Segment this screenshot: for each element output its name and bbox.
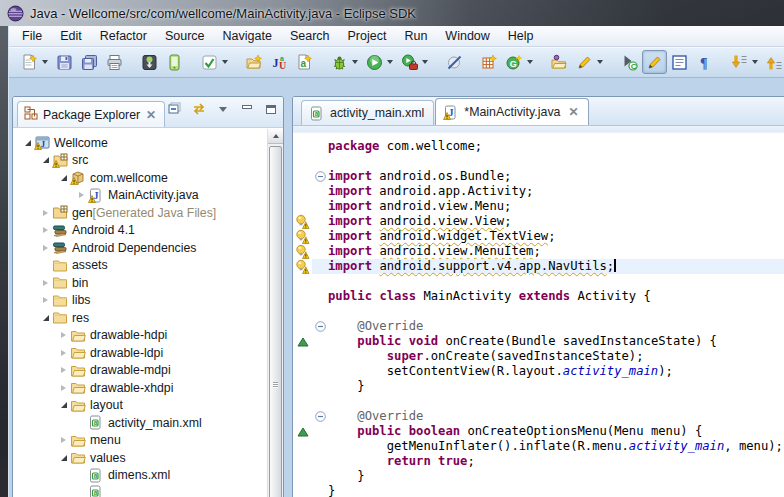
menu-navigate[interactable]: Navigate [214, 27, 281, 46]
tree-item-partial[interactable]: a [13, 484, 267, 497]
menu-window[interactable]: Window [436, 27, 498, 46]
dropdown-arrow-icon[interactable] [352, 60, 358, 64]
save-button[interactable] [52, 50, 77, 74]
avd-manager-button[interactable] [162, 50, 187, 74]
new-android-project-button[interactable] [477, 50, 502, 74]
tree-item-src[interactable]: src [13, 152, 267, 170]
menu-refactor[interactable]: Refactor [91, 27, 156, 46]
code-line[interactable]: import android.widget.TextView; [293, 229, 784, 244]
scroll-up-button[interactable] [268, 129, 283, 144]
code-line[interactable]: import android.view.View; [293, 214, 784, 229]
maximize-view-icon[interactable] [263, 102, 279, 116]
expander-icon[interactable] [57, 402, 70, 408]
code-line[interactable]: import android.support.v4.app.NavUtils; [293, 259, 784, 274]
code-line[interactable]: public void onCreate(Bundle savedInstanc… [293, 334, 784, 349]
code-line[interactable]: @Override [293, 319, 784, 334]
dropdown-arrow-icon[interactable] [527, 60, 533, 64]
expander-icon[interactable] [39, 280, 52, 286]
expander-icon[interactable] [75, 192, 88, 198]
explorer-scrollbar[interactable] [267, 129, 283, 497]
save-all-button[interactable] [77, 50, 102, 74]
menu-help[interactable]: Help [499, 27, 543, 46]
dropdown-arrow-icon[interactable] [422, 60, 428, 64]
scrollbar-thumb[interactable] [269, 146, 282, 497]
expander-icon[interactable] [39, 157, 52, 163]
expander-icon[interactable] [57, 455, 70, 461]
code-line[interactable]: package com.wellcome; [293, 139, 784, 154]
minimize-view-icon[interactable] [239, 102, 255, 116]
warning-bulb-icon[interactable] [293, 214, 312, 229]
tree-item-bin[interactable]: bin [13, 274, 267, 292]
collapse-all-icon[interactable] [167, 102, 183, 116]
expander-icon[interactable] [57, 437, 70, 443]
tree-item-layout[interactable]: layout [13, 397, 267, 415]
tree-item-wellcome[interactable]: JWellcome [13, 134, 267, 152]
code-line[interactable]: return true; [293, 454, 784, 469]
dropdown-arrow-icon[interactable] [42, 60, 48, 64]
expander-icon[interactable] [57, 367, 70, 373]
warning-bulb-icon[interactable] [293, 244, 312, 259]
android-sdk-manager-button[interactable] [137, 50, 162, 74]
warning-bulb-icon[interactable] [293, 259, 312, 274]
fold-collapse-icon[interactable] [312, 319, 328, 334]
tree-item-dimens-xml[interactable]: adimens.xml [13, 467, 267, 485]
code-line[interactable] [293, 274, 784, 289]
expander-icon[interactable] [39, 297, 52, 303]
code-line[interactable]: public boolean onCreateOptionsMenu(Menu … [293, 424, 784, 439]
tree-item-drawable-hdpi[interactable]: drawable-hdpi [13, 327, 267, 345]
show-whitespace-button[interactable]: ¶ [692, 50, 717, 74]
override-marker-icon[interactable] [293, 424, 312, 439]
view-menu-icon[interactable] [215, 102, 231, 116]
menu-search[interactable]: Search [281, 27, 339, 46]
close-view-icon[interactable]: ✕ [146, 110, 156, 120]
dropdown-arrow-icon[interactable] [752, 60, 758, 64]
tree-item-drawable-xhdpi[interactable]: drawable-xhdpi [13, 379, 267, 397]
code-line[interactable]: import android.view.Menu; [293, 199, 784, 214]
expander-icon[interactable] [57, 385, 70, 391]
print-button[interactable] [102, 50, 127, 74]
fold-collapse-icon[interactable] [312, 409, 328, 424]
new-java-project-button[interactable] [242, 50, 267, 74]
run-button[interactable] [362, 50, 397, 74]
menu-project[interactable]: Project [339, 27, 396, 46]
tree-item-libs[interactable]: libs [13, 292, 267, 310]
expander-icon[interactable] [39, 315, 52, 321]
run-external-tools-button[interactable] [397, 50, 432, 74]
close-tab-icon[interactable]: ✕ [569, 107, 579, 117]
code-line[interactable] [293, 304, 784, 319]
editor-tab-activity-main-xml[interactable]: aactivity_main.xml [301, 100, 434, 125]
fold-collapse-icon[interactable] [312, 169, 328, 184]
lint-check-button[interactable] [197, 50, 232, 74]
open-type-button[interactable] [547, 50, 572, 74]
tree-item-res[interactable]: res [13, 309, 267, 327]
menu-file[interactable]: File [13, 27, 51, 46]
code-line[interactable]: super.onCreate(savedInstanceState); [293, 349, 784, 364]
new-wizard-button[interactable] [17, 50, 52, 74]
code-line[interactable]: } [293, 469, 784, 484]
code-line[interactable]: getMenuInflater().inflate(R.menu.activit… [293, 439, 784, 454]
menu-source[interactable]: Source [156, 27, 214, 46]
dropdown-arrow-icon[interactable] [222, 60, 228, 64]
code-line[interactable]: } [293, 484, 784, 497]
tree-item-mainactivity-java[interactable]: JMainActivity.java [13, 187, 267, 205]
tree-item-assets[interactable]: assets [13, 257, 267, 275]
new-android-xml-button[interactable]: a [292, 50, 317, 74]
tree-item-gen[interactable]: gen [Generated Java Files] [13, 204, 267, 222]
dropdown-arrow-icon[interactable] [597, 60, 603, 64]
expander-icon[interactable] [39, 227, 52, 233]
show-source-button[interactable] [667, 50, 692, 74]
next-annotation-button[interactable] [727, 50, 762, 74]
code-line[interactable]: public class MainActivity extends Activi… [293, 289, 784, 304]
new-junit-test-button[interactable]: JUa [267, 50, 292, 74]
tree-item-values[interactable]: values [13, 449, 267, 467]
code-line[interactable]: import android.app.Activity; [293, 184, 784, 199]
code-line[interactable]: setContentView(R.layout.activity_main); [293, 364, 784, 379]
expander-icon[interactable] [57, 350, 70, 356]
toggle-breadcrumb-button[interactable]: C [617, 50, 642, 74]
warning-bulb-icon[interactable] [293, 229, 312, 244]
code-line[interactable]: import android.os.Bundle; [293, 169, 784, 184]
code-editor[interactable]: package com.wellcome;import android.os.B… [293, 134, 784, 497]
mark-element-button[interactable] [572, 50, 607, 74]
debug-button[interactable] [327, 50, 362, 74]
tree-item-drawable-mdpi[interactable]: drawable-mdpi [13, 362, 267, 380]
